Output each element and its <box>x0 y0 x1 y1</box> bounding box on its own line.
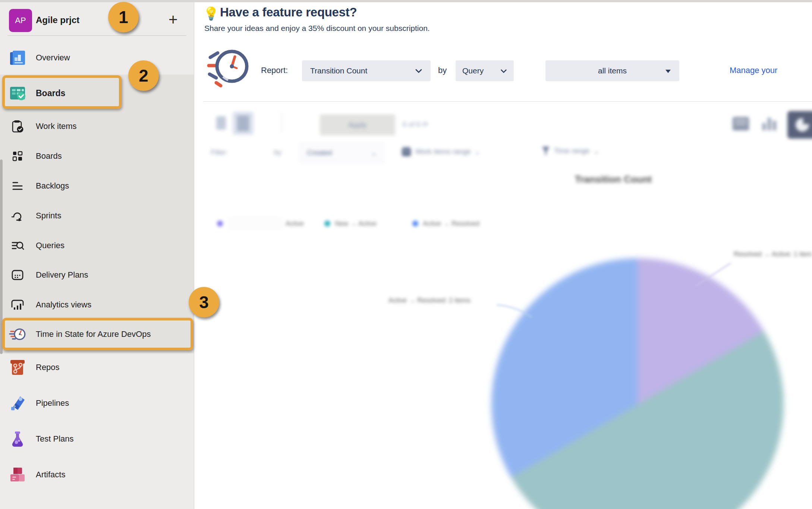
step-badge-2: 2 <box>128 60 159 91</box>
sprints-icon <box>10 209 25 223</box>
sidebar-item-label: Boards <box>36 151 62 161</box>
highlight-box-time-in-state <box>2 318 193 350</box>
step-badge-3: 3 <box>189 287 219 317</box>
work-items-icon <box>10 119 25 133</box>
sidebar-item-label: Pipelines <box>36 398 69 408</box>
sidebar-item-artifacts[interactable]: Artifacts <box>0 458 193 491</box>
sidebar-item-label: Work items <box>36 121 77 131</box>
highlight-box-boards <box>2 75 122 109</box>
sidebar-item-repos[interactable]: Repos <box>0 351 193 384</box>
sidebar-item-test-plans[interactable]: Test Plans <box>0 422 193 456</box>
queries-icon <box>10 238 25 253</box>
sidebar-divider <box>7 35 186 36</box>
repos-icon <box>8 358 27 376</box>
sidebar-item-label: Queries <box>36 241 64 250</box>
app-root: { "sidebar": { "project": { "initials": … <box>0 0 812 509</box>
sidebar-item-label: Delivery Plans <box>36 270 88 280</box>
add-project-button[interactable]: + <box>169 11 178 28</box>
boards-grid-icon <box>10 149 25 163</box>
callout-active-resolved: Active → Resolved: 2 items <box>388 297 470 304</box>
sidebar-item-overview[interactable]: Overview <box>0 41 193 75</box>
project-avatar: AP <box>9 9 32 32</box>
main-content: 💡 Have a feature request? Share your ide… <box>194 0 812 509</box>
delivery-plans-icon <box>10 268 25 282</box>
sidebar-item-label: Sprints <box>36 211 61 221</box>
pipelines-icon <box>8 394 27 412</box>
project-row[interactable]: AP Agile prjct + <box>0 3 194 34</box>
sidebar-item-label: Analytics views <box>36 300 91 310</box>
step-badge-1: 1 <box>108 2 139 32</box>
backlogs-icon <box>10 179 25 193</box>
sidebar-item-label: Artifacts <box>36 470 65 480</box>
sidebar-item-sprints[interactable]: Sprints <box>0 201 193 231</box>
sidebar-item-label: Backlogs <box>36 181 69 191</box>
callout-resolved-active: Resolved → Active: 1 item <box>734 250 812 258</box>
project-name: Agile prjct <box>36 15 79 25</box>
artifacts-icon <box>8 466 27 484</box>
callout-lines <box>194 0 812 509</box>
sidebar-item-backlogs[interactable]: Backlogs <box>0 171 193 201</box>
sidebar-item-queries[interactable]: Queries <box>0 231 193 260</box>
sidebar-item-label: Overview <box>36 53 70 63</box>
test-plans-icon <box>8 430 27 448</box>
overview-icon <box>8 49 27 67</box>
sidebar-item-analytics-views[interactable]: Analytics views <box>0 290 193 320</box>
sidebar-item-label: Test Plans <box>36 434 74 444</box>
analytics-views-icon <box>10 298 25 312</box>
sidebar-item-work-items[interactable]: Work items <box>0 111 193 141</box>
sidebar-item-delivery-plans[interactable]: Delivery Plans <box>0 260 193 290</box>
sidebar-item-pipelines[interactable]: Pipelines <box>0 386 193 420</box>
sidebar-item-boards[interactable]: Boards <box>0 141 193 171</box>
sidebar-item-label: Repos <box>36 363 60 372</box>
